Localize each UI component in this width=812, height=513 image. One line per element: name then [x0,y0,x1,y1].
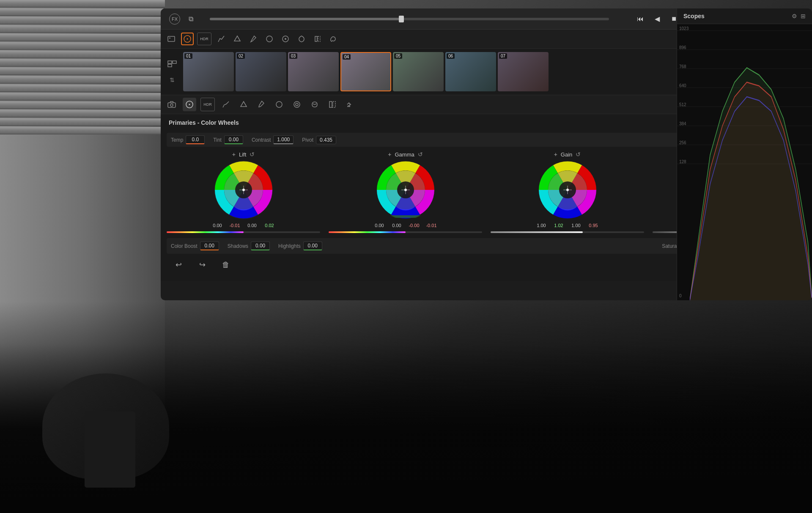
color-wheels-icon[interactable] [181,33,194,45]
gain-val-0[interactable]: 1.00 [534,223,549,228]
lift-color-wheel[interactable] [214,160,273,219]
delete-button[interactable]: 🗑 [218,257,233,272]
svg-rect-9 [318,36,320,41]
key-tool[interactable] [343,98,357,111]
main-area: Primaries - Color Wheels A ✦ ⊙ ||| ↩ Tem… [161,114,812,281]
lift-val-2[interactable]: 0.00 [245,223,260,228]
color-wheels-tool[interactable] [183,98,196,111]
clip-01[interactable]: 01 [183,52,234,91]
viewer-icon[interactable] [165,33,178,45]
shadows-value[interactable]: 0.00 [251,241,270,250]
clip-number: 04 [343,54,351,60]
blur-tool[interactable] [326,98,339,111]
gamma-color-wheel[interactable] [376,160,435,219]
redo-button[interactable]: ↪ [195,257,210,272]
gain-val-2[interactable]: 1.00 [569,223,584,228]
curves-tool[interactable] [219,98,233,111]
color-boost-value[interactable]: 0.00 [200,241,219,250]
gain-val-3[interactable]: 0.95 [586,223,601,228]
clip-04-active[interactable]: 04 [340,52,391,91]
blind [0,25,165,33]
blind [0,51,165,58]
color-camera-icon[interactable] [165,98,178,111]
power-windows-icon[interactable] [263,33,276,45]
gain-reset-icon[interactable]: ↺ [576,151,581,158]
scrubber-track[interactable] [210,18,609,20]
gain-values: 1.00 1.02 1.00 0.95 [534,223,601,228]
gamma-val-1[interactable]: 0.00 [390,223,404,228]
lift-values: 0.00 -0.01 0.00 0.02 [210,223,277,228]
lift-add-icon[interactable]: + [232,151,236,158]
gamma-val-3[interactable]: -0.01 [424,223,439,228]
layers-icon[interactable]: ⧉ [184,13,197,25]
svg-point-23 [189,104,190,105]
contrast-value[interactable]: 1.000 [273,135,294,144]
clip-number: 02 [237,53,245,59]
blind [0,59,165,67]
blind [0,17,165,25]
hdr-tool[interactable]: HDR [200,98,215,111]
gamma-val-2[interactable]: -0.00 [407,223,422,228]
scrubber-progress [210,18,401,20]
undo-button[interactable]: ↩ [171,257,186,272]
fx-icon[interactable]: FX [169,14,180,25]
clip-05[interactable]: 05 [393,52,444,91]
clip-03[interactable]: 03 [288,52,339,91]
svg-rect-8 [315,36,317,41]
tracker-icon[interactable] [279,33,292,45]
lift-wheel-container: + Lift ↺ [167,151,320,233]
clip-number: 05 [394,53,402,59]
svg-rect-29 [333,102,335,107]
gamma-reset-icon[interactable]: ↺ [418,151,423,158]
magic-mask-tool[interactable] [308,98,321,111]
highlights-label: Highlights [278,243,301,249]
clip-07[interactable]: 07 [498,52,549,91]
clip-view-icon[interactable] [165,57,179,71]
svg-point-7 [285,38,286,40]
magic-mask-icon[interactable] [295,33,308,45]
qualifier-tool[interactable] [237,98,250,111]
eyedropper-tool[interactable] [255,98,268,111]
blind [0,110,165,118]
panel-title: Primaries - Color Wheels [167,119,239,126]
lift-wheel-svg [214,160,273,219]
svg-rect-0 [168,36,175,41]
hdr-icon[interactable]: HDR [197,33,211,45]
clip-02[interactable]: 02 [236,52,286,91]
gamma-add-icon[interactable]: + [388,151,391,158]
svg-point-21 [170,104,173,107]
highlights-value[interactable]: 0.00 [303,241,322,250]
gamma-slider[interactable] [329,231,482,233]
svg-rect-46 [380,215,431,218]
pivot-value[interactable]: 0.435 [316,136,336,144]
sort-icon[interactable]: ⇅ [165,73,179,87]
lift-val-3[interactable]: 0.02 [262,223,277,228]
tracker-tool[interactable] [290,98,304,111]
clip-06[interactable]: 06 [445,52,496,91]
temp-value[interactable]: 0.0 [186,135,205,144]
gain-color-wheel[interactable] [538,160,597,219]
lift-val-1[interactable]: -0.01 [228,223,242,228]
clip-number: 07 [499,53,507,59]
prev-button[interactable]: ◀ [651,13,663,25]
qualifier-icon[interactable] [231,33,244,45]
skip-back-button[interactable]: ⏮ [634,13,646,25]
gain-add-icon[interactable]: + [554,151,557,158]
scrubber-handle[interactable] [399,16,404,22]
blur-icon[interactable] [311,33,324,45]
windows-tool[interactable] [272,98,286,111]
tint-param: Tint 0.00 [213,135,243,144]
lift-header: + Lift ↺ [167,151,320,158]
gamma-val-0[interactable]: 0.00 [372,223,387,228]
gain-val-1[interactable]: 1.02 [551,223,566,228]
lift-reset-icon[interactable]: ↺ [250,151,255,158]
svg-point-45 [404,189,407,191]
tint-value[interactable]: 0.00 [224,135,243,144]
curves-icon[interactable] [215,33,228,45]
lift-val-0[interactable]: 0.00 [210,223,225,228]
gain-slider[interactable] [491,231,644,233]
lift-slider[interactable] [167,231,320,233]
eyedropper-icon[interactable] [247,33,260,45]
key-icon[interactable] [327,33,340,45]
svg-point-25 [276,102,282,107]
